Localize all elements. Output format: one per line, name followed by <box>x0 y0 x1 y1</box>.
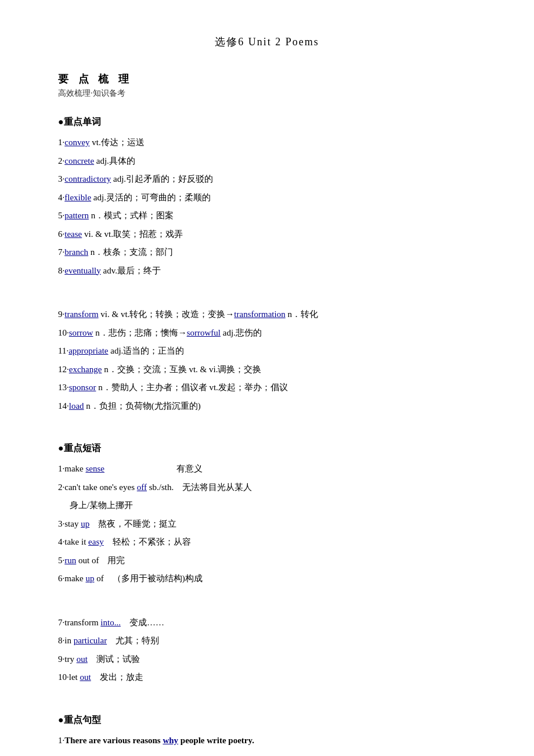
list-item: 11·appropriate adj.适当的；正当的 <box>58 344 476 359</box>
vocab-section-2: 9·transform vi. & vt.转化；转换；改造；变换→transfo… <box>58 307 476 413</box>
vocab-section: ●重点单词 1·convey vt.传达；运送 2·concrete adj.具… <box>58 116 476 278</box>
word-tease[interactable]: tease <box>64 229 82 239</box>
phrase-section: ●重点短语 1·make sense 有意义 2·can't take one'… <box>58 442 476 586</box>
word-load[interactable]: load <box>69 401 84 411</box>
word-transform[interactable]: transform <box>64 309 98 319</box>
list-item: 8·in particular 尤其；特别 <box>58 633 476 649</box>
list-item: 14·load n．负担；负荷物(尤指沉重的) <box>58 399 476 414</box>
sentence-section-title: ●重点句型 <box>58 714 476 726</box>
list-item: 10·sorrow n．悲伤；悲痛；懊悔→sorrowful adj.悲伤的 <box>58 326 476 341</box>
list-item: 6·tease vi. & vt.取笑；招惹；戏弄 <box>58 227 476 242</box>
section-subtitle: 高效梳理·知识备考 <box>58 88 476 99</box>
phrase-list-2: 7·transform into... 变成…… 8·in particular… <box>58 615 476 685</box>
page-title: 选修6 Unit 2 Poems <box>58 35 476 49</box>
list-item: 7·transform into... 变成…… <box>58 615 476 631</box>
word-sorrow[interactable]: sorrow <box>69 328 93 337</box>
list-item: 5·run out of 用完 <box>58 553 476 568</box>
phrase-section-title: ●重点短语 <box>58 442 476 455</box>
phrase-up-2[interactable]: up <box>85 574 94 583</box>
list-item: 1·convey vt.传达；运送 <box>58 135 476 150</box>
list-item: 1·make sense 有意义 <box>58 462 476 477</box>
phrase-sense[interactable]: sense <box>85 464 104 473</box>
list-item: 3·stay up 熬夜，不睡觉；挺立 <box>58 517 476 532</box>
phrase-list-1: 1·make sense 有意义 2·can't take one's eyes… <box>58 462 476 586</box>
list-item: 10·let out 发出；放走 <box>58 670 476 685</box>
list-item: 5·pattern n．模式；式样；图案 <box>58 208 476 224</box>
word-contradictory[interactable]: contradictory <box>64 174 111 183</box>
section-header-main: 要 点 梳 理 <box>58 72 476 86</box>
list-item: 2·can't take one's eyes off sb./sth. 无法将… <box>58 480 476 495</box>
sentence-list: 1·There are various reasons why people w… <box>58 733 476 748</box>
phrase-why[interactable]: why <box>163 736 178 745</box>
word-flexible[interactable]: flexible <box>64 193 91 202</box>
word-transformation[interactable]: transformation <box>234 309 285 319</box>
list-item: 6·make up of （多用于被动结构)构成 <box>58 571 476 586</box>
phrase-run[interactable]: run <box>64 556 76 565</box>
phrase-into[interactable]: into... <box>100 618 121 627</box>
phrase-up-1[interactable]: up <box>81 519 89 528</box>
list-item: 1·There are various reasons why people w… <box>58 733 476 748</box>
list-item: 身上/某物上挪开 <box>70 498 476 513</box>
phrase-out-1[interactable]: out <box>77 654 88 664</box>
word-concrete[interactable]: concrete <box>64 156 94 165</box>
list-item: 13·sponsor n．赞助人；主办者；倡议者 vt.发起；举办；倡议 <box>58 380 476 395</box>
word-eventually[interactable]: eventually <box>64 266 100 275</box>
word-sorrowful[interactable]: sorrowful <box>187 328 221 337</box>
phrase-off[interactable]: off <box>137 483 147 492</box>
word-convey[interactable]: convey <box>64 138 89 147</box>
word-sponsor[interactable]: sponsor <box>69 383 96 392</box>
word-pattern[interactable]: pattern <box>64 211 89 220</box>
list-item: 7·branch n．枝条；支流；部门 <box>58 245 476 260</box>
list-item: 2·concrete adj.具体的 <box>58 154 476 169</box>
list-item: 4·flexible adj.灵活的；可弯曲的；柔顺的 <box>58 190 476 206</box>
list-item: 9·transform vi. & vt.转化；转换；改造；变换→transfo… <box>58 307 476 322</box>
list-item: 9·try out 测试；试验 <box>58 652 476 667</box>
list-item: 4·take it easy 轻松；不紧张；从容 <box>58 535 476 550</box>
sentence-section: ●重点句型 1·There are various reasons why pe… <box>58 714 476 748</box>
vocab-list-2: 9·transform vi. & vt.转化；转换；改造；变换→transfo… <box>58 307 476 413</box>
word-exchange[interactable]: exchange <box>69 365 102 374</box>
list-item: 12·exchange n．交换；交流；互换 vt. & vi.调换；交换 <box>58 362 476 377</box>
phrase-out-2[interactable]: out <box>80 672 91 682</box>
word-appropriate[interactable]: appropriate <box>68 346 108 355</box>
vocab-section-title: ●重点单词 <box>58 116 476 128</box>
list-item: 8·eventually adv.最后；终于 <box>58 264 476 279</box>
word-branch[interactable]: branch <box>64 247 88 257</box>
vocab-list-1: 1·convey vt.传达；运送 2·concrete adj.具体的 3·c… <box>58 135 476 278</box>
phrase-section-2: 7·transform into... 变成…… 8·in particular… <box>58 615 476 685</box>
sentence-1: 1·There are various reasons why people w… <box>58 736 254 745</box>
phrase-easy[interactable]: easy <box>88 537 104 546</box>
list-item: 3·contradictory adj.引起矛盾的；好反驳的 <box>58 172 476 187</box>
phrase-particular[interactable]: particular <box>74 636 107 645</box>
